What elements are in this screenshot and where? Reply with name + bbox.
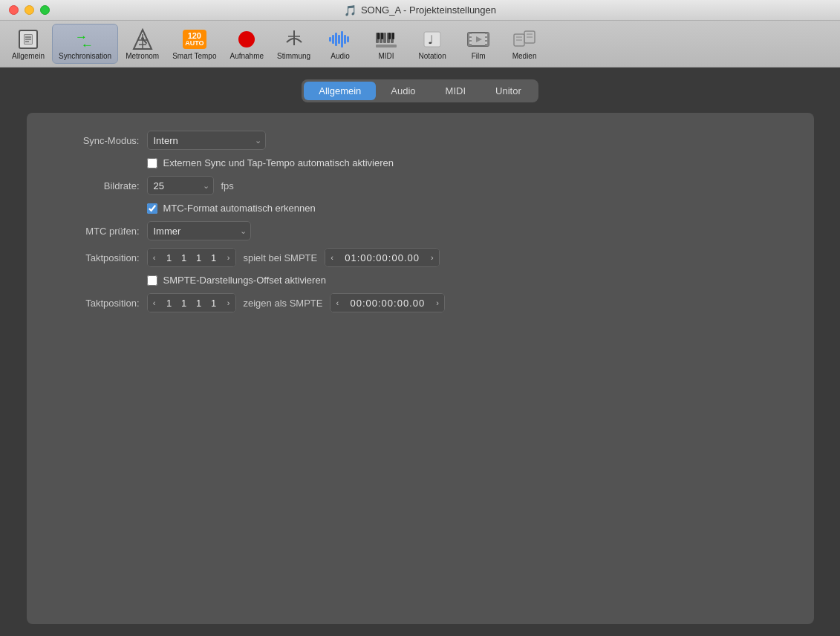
title-bar: 🎵 SONG_A - Projekteinstellungen	[0, 0, 840, 21]
close-button[interactable]	[9, 5, 19, 15]
extern-sync-checkbox[interactable]	[147, 158, 157, 168]
smpte1-value: 01:00:00:00.00	[339, 252, 426, 263]
audio-icon	[328, 27, 352, 51]
tab-unitor[interactable]: Unitor	[481, 82, 536, 100]
svg-rect-16	[344, 35, 346, 44]
sync-modus-select[interactable]: Intern MTC MIDI Clock MMC	[147, 131, 266, 150]
svg-rect-35	[469, 42, 472, 44]
midi-icon	[374, 27, 398, 51]
smpte-darstellung-label[interactable]: SMPTE-Darstellungs-Offset aktivieren	[163, 275, 326, 286]
takt1-val2: 1	[179, 252, 189, 263]
mtc-format-checkbox[interactable]	[147, 203, 157, 214]
svg-rect-11	[329, 37, 331, 42]
smpte1-up[interactable]: ›	[426, 248, 439, 267]
toolbar-item-film[interactable]: Film	[456, 24, 501, 63]
mtc-pruefen-select[interactable]: Immer Nie Bei Bedarf	[147, 221, 251, 240]
smpte2-chevron-down[interactable]: ‹	[331, 293, 344, 312]
stimmung-icon	[282, 27, 306, 51]
taktposition1-chevron-down[interactable]: ‹	[148, 248, 161, 267]
taktposition1-label: Taktposition:	[51, 252, 140, 263]
medien-icon	[512, 27, 536, 51]
svg-rect-20	[383, 33, 386, 43]
film-icon	[466, 27, 490, 51]
bildrate-row: Bildrate: 25 24 29.97 30 ⌄ fps	[51, 176, 790, 195]
taktposition1-spinners: ‹ 1 1 1 1 ›	[147, 248, 236, 267]
toolbar-item-midi[interactable]: MIDI	[364, 24, 408, 63]
taktposition2-chevron-down[interactable]: ‹	[148, 293, 161, 312]
mtc-pruefen-select-wrapper: Immer Nie Bei Bedarf ⌄	[147, 221, 251, 240]
taktposition1-row: Taktposition: ‹ 1 1 1 1 › spielt bei SMP…	[51, 248, 790, 267]
toolbar-item-audio[interactable]: Audio	[318, 24, 362, 63]
toolbar-label-aufnahme: Aufnahme	[229, 52, 264, 60]
svg-rect-38	[485, 42, 487, 44]
svg-rect-24	[381, 33, 383, 39]
aufnahme-icon	[235, 27, 258, 51]
toolbar-item-stimmung[interactable]: Stimmung	[271, 24, 316, 63]
svg-text:♩: ♩	[428, 33, 434, 46]
toolbar-item-synchronisation[interactable]: → ← Synchronisation	[52, 24, 118, 64]
extern-sync-label[interactable]: Externen Sync und Tap-Tempo automatisch …	[163, 157, 394, 168]
allgemein-icon	[16, 27, 40, 51]
zeigen-als-smpte-label: zeigen als SMPTE	[244, 298, 323, 309]
takt1-val3: 1	[194, 252, 204, 263]
window-controls[interactable]	[9, 5, 50, 15]
window-title-group: 🎵 SONG_A - Projekteinstellungen	[344, 4, 496, 16]
takt1-val1: 1	[164, 252, 175, 263]
toolbar-label-notation: Notation	[418, 52, 446, 60]
smpte2-up[interactable]: ›	[431, 293, 444, 312]
toolbar-item-aufnahme[interactable]: Aufnahme	[224, 24, 270, 63]
toolbar-label-allgemein: Allgemein	[12, 52, 45, 60]
svg-rect-14	[338, 35, 340, 44]
maximize-button[interactable]	[40, 5, 50, 15]
toolbar-label-midi: MIDI	[379, 52, 394, 60]
takt2-val3: 1	[194, 298, 204, 309]
taktposition2-spinners: ‹ 1 1 1 1 ›	[147, 293, 236, 312]
metronom-icon	[131, 27, 154, 51]
svg-rect-23	[377, 33, 380, 39]
smpte1-chevron-down[interactable]: ‹	[325, 248, 339, 267]
tab-allgemein[interactable]: Allgemein	[304, 82, 376, 100]
tab-audio[interactable]: Audio	[376, 82, 430, 100]
tabs-row: Allgemein Audio MIDI Unitor	[302, 79, 538, 102]
toolbar-label-medien: Medien	[512, 52, 537, 60]
taktposition1-numbers: 1 1 1 1	[161, 252, 222, 263]
notation-icon: ♩	[420, 27, 444, 51]
taktposition2-numbers: 1 1 1 1	[161, 298, 222, 309]
toolbar-label-audio: Audio	[331, 52, 350, 60]
smpte-darstellung-checkbox[interactable]	[147, 275, 157, 286]
toolbar-item-metronom[interactable]: Metronom	[120, 24, 165, 63]
mtc-format-label[interactable]: MTC-Format automatisch erkennen	[163, 203, 316, 214]
toolbar-item-allgemein[interactable]: Allgemein	[6, 24, 51, 63]
svg-rect-13	[335, 33, 337, 46]
mtc-pruefen-label: MTC prüfen:	[51, 226, 140, 237]
taktposition1-up[interactable]: ›	[222, 248, 235, 267]
toolbar-item-notation[interactable]: ♩ Notation	[410, 24, 455, 63]
spielt-bei-smpte-label: spielt bei SMPTE	[244, 252, 318, 263]
smpte2-box: ‹ 00:00:00:00.00 ›	[330, 293, 445, 312]
takt2-val2: 1	[179, 298, 189, 309]
mtc-format-row: MTC-Format automatisch erkennen	[147, 203, 790, 214]
taktposition2-up[interactable]: ›	[222, 293, 235, 312]
main-content: Allgemein Audio MIDI Unitor Sync-Modus: …	[0, 68, 840, 636]
settings-panel: Sync-Modus: Intern MTC MIDI Clock MMC ⌄ …	[27, 113, 814, 624]
bildrate-select[interactable]: 25 24 29.97 30	[147, 176, 214, 195]
svg-rect-34	[469, 38, 472, 40]
takt2-val4: 1	[209, 298, 219, 309]
svg-rect-26	[392, 33, 394, 39]
taktposition2-label: Taktposition:	[51, 298, 140, 309]
minimize-button[interactable]	[25, 5, 34, 15]
sync-modus-select-wrapper: Intern MTC MIDI Clock MMC ⌄	[147, 131, 266, 150]
toolbar-item-medien[interactable]: Medien	[502, 24, 547, 63]
toolbar-label-stimmung: Stimmung	[277, 52, 310, 60]
sync-icon: → ←	[74, 27, 97, 51]
takt1-val4: 1	[209, 252, 219, 263]
toolbar-label-film: Film	[472, 52, 486, 60]
svg-rect-37	[485, 38, 487, 40]
taktposition2-row: Taktposition: ‹ 1 1 1 1 › zeigen als SMP…	[51, 293, 790, 312]
tab-midi[interactable]: MIDI	[431, 82, 481, 100]
fps-label: fps	[221, 180, 234, 191]
toolbar-item-smart-tempo[interactable]: 120 AUTO Smart Tempo	[166, 24, 222, 63]
mtc-pruefen-row: MTC prüfen: Immer Nie Bei Bedarf ⌄	[51, 221, 790, 240]
svg-rect-27	[376, 45, 397, 47]
svg-point-7	[141, 37, 144, 40]
